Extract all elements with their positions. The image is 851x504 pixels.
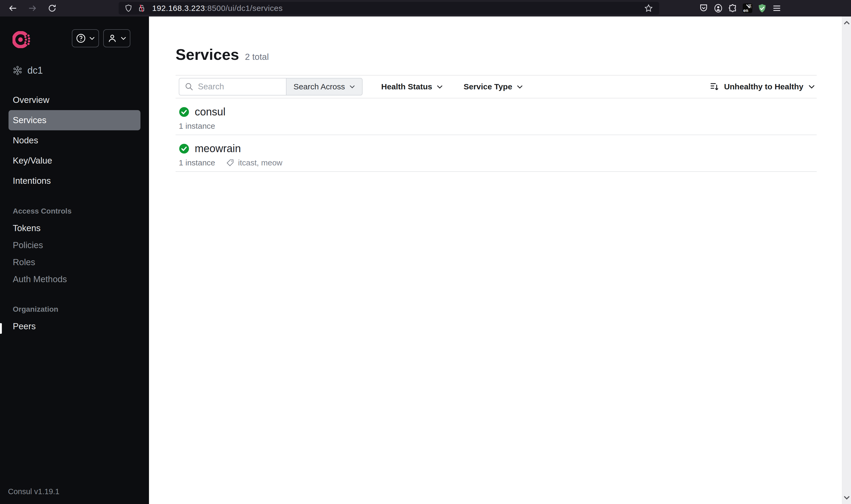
search-box [179, 78, 286, 95]
star-icon [644, 4, 653, 13]
consul-sidebar: dc1 Overview Services Nodes Key/Value In… [0, 17, 149, 504]
sort-label: Unhealthy to Healthy [724, 82, 803, 91]
service-name[interactable]: consul [195, 106, 225, 118]
consul-logo [13, 31, 30, 48]
help-icon [76, 33, 86, 43]
page-scrollbar[interactable] [842, 17, 851, 504]
section-header-organization: Organization [0, 304, 149, 314]
datacenter-selector[interactable]: dc1 [13, 65, 43, 76]
hamburger-icon [772, 4, 781, 13]
reload-icon [48, 4, 57, 13]
service-list: consul 1 instance meowrain 1 instance it… [176, 98, 817, 172]
translate-icon: 英 en [743, 3, 752, 13]
service-row-consul[interactable]: consul 1 instance [176, 98, 817, 135]
search-icon [185, 82, 194, 91]
puzzle-icon [728, 4, 738, 13]
sort-dropdown[interactable]: Unhealthy to Healthy [710, 82, 815, 91]
adguard-button[interactable] [757, 3, 767, 13]
url-path: :8500/ui/dc1/services [205, 4, 283, 13]
chevron-down-icon [517, 85, 523, 89]
tag-icon [226, 159, 234, 167]
service-instances: 1 instance [179, 158, 215, 167]
back-icon [8, 4, 17, 13]
url-host: 192.168.3.223 [152, 4, 205, 13]
user-icon [107, 33, 117, 43]
help-menu-button[interactable] [72, 29, 99, 47]
total-count: 2 total [245, 52, 269, 62]
translate-cjk-glyph: 英 [748, 4, 752, 9]
organization-section: Organization Peers [0, 304, 149, 335]
scrollbar-down-button[interactable] [843, 494, 850, 501]
chevron-down-icon [437, 85, 443, 89]
section-header-access-controls: Access Controls [0, 206, 149, 216]
access-controls-section: Access Controls Tokens Policies Roles Au… [0, 206, 149, 288]
sidebar-item-roles[interactable]: Roles [0, 254, 149, 271]
search-across-label: Search Across [293, 82, 345, 91]
chevron-down-icon [121, 36, 126, 40]
account-icon [713, 3, 723, 13]
pocket-icon [699, 4, 708, 13]
datacenter-icon [13, 66, 23, 75]
chevron-down-icon [808, 85, 815, 89]
health-status-dropdown[interactable]: Health Status [381, 82, 443, 91]
sidebar-item-auth-methods[interactable]: Auth Methods [0, 271, 149, 288]
extensions-button[interactable] [728, 3, 738, 13]
scrollbar-up-icon [843, 19, 850, 26]
url-text: 192.168.3.223:8500/ui/dc1/services [152, 4, 283, 13]
translate-latin-glyph: en [743, 8, 748, 13]
browser-nav-buttons [8, 3, 57, 13]
reload-button[interactable] [47, 3, 57, 13]
services-page: Services 2 total Search Across Health St… [149, 17, 842, 504]
chevron-down-icon [89, 36, 95, 40]
forward-icon [28, 4, 37, 13]
service-type-label: Service Type [464, 82, 512, 91]
service-name[interactable]: meowrain [195, 143, 241, 155]
sort-icon [710, 83, 719, 91]
translate-extension-button[interactable]: 英 en [742, 3, 753, 13]
pocket-button[interactable] [699, 3, 709, 13]
healthy-check-icon [179, 107, 189, 117]
sidebar-nav: Overview Services Nodes Key/Value Intent… [0, 90, 149, 191]
menu-button[interactable] [772, 3, 782, 13]
user-menu-button[interactable] [103, 29, 130, 47]
sidebar-item-overview[interactable]: Overview [8, 90, 141, 110]
health-status-label: Health Status [381, 82, 432, 91]
sidebar-item-policies[interactable]: Policies [0, 237, 149, 254]
consul-version: Consul v1.19.1 [8, 487, 59, 496]
sidebar-item-peers[interactable]: Peers [0, 318, 149, 335]
bookmark-star-button[interactable] [644, 3, 653, 13]
account-button[interactable] [713, 3, 723, 13]
sidebar-item-tokens[interactable]: Tokens [0, 220, 149, 237]
sidebar-item-intentions[interactable]: Intentions [8, 171, 141, 191]
adguard-shield-icon [757, 3, 767, 13]
search-across-dropdown[interactable]: Search Across [286, 78, 363, 95]
service-instances: 1 instance [179, 122, 215, 131]
left-edge-sliver [0, 323, 2, 334]
scrollbar-down-icon [843, 494, 850, 501]
datacenter-label: dc1 [28, 65, 43, 76]
healthy-check-icon [179, 143, 189, 154]
toolbar-extension-area: 英 en [699, 3, 782, 13]
service-row-meowrain[interactable]: meowrain 1 instance itcast, meow [176, 135, 817, 172]
tracking-shield-icon[interactable] [125, 4, 132, 13]
back-button[interactable] [8, 3, 18, 13]
insecure-lock-icon[interactable] [138, 4, 146, 13]
service-tags: itcast, meow [238, 158, 283, 167]
sidebar-item-services[interactable]: Services [8, 110, 141, 130]
sidebar-item-key-value[interactable]: Key/Value [8, 150, 141, 171]
browser-toolbar: 192.168.3.223:8500/ui/dc1/services 英 en [0, 0, 851, 17]
url-bar[interactable]: 192.168.3.223:8500/ui/dc1/services [119, 2, 659, 15]
filter-bar: Search Across Health Status Service Type… [176, 75, 817, 98]
chevron-down-icon [349, 85, 355, 89]
forward-button[interactable] [28, 3, 37, 13]
scrollbar-up-button[interactable] [843, 19, 850, 26]
sidebar-item-nodes[interactable]: Nodes [8, 130, 141, 150]
service-type-dropdown[interactable]: Service Type [464, 82, 523, 91]
page-title: Services [176, 46, 239, 63]
search-input[interactable] [198, 82, 278, 91]
